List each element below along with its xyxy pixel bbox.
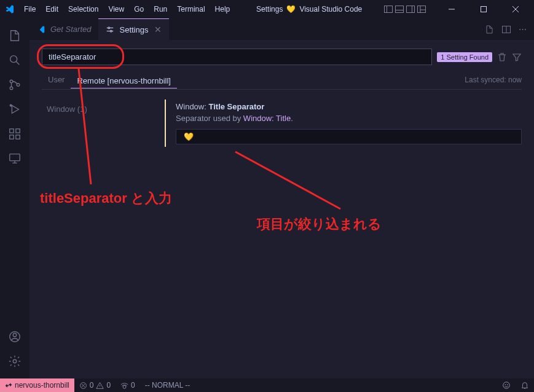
vscode-icon xyxy=(5,4,15,14)
maximize-button[interactable] xyxy=(470,0,497,18)
setting-description: Separator used by Window: Title. xyxy=(176,114,522,123)
window-title: Settings 💛 Visual Studio Code xyxy=(234,5,384,14)
close-button[interactable] xyxy=(502,0,529,18)
ports-status[interactable]: 0 xyxy=(116,378,140,392)
setting-name: Title Separator xyxy=(208,102,264,111)
heart-icon: 💛 xyxy=(286,5,296,14)
vscode-tab-icon xyxy=(37,25,47,34)
svg-point-27 xyxy=(13,334,17,337)
svg-point-15 xyxy=(10,80,13,83)
remote-indicator[interactable]: nervous-thornbill xyxy=(0,378,74,392)
svg-rect-10 xyxy=(481,7,487,12)
problems-status[interactable]: 0 0 xyxy=(74,378,116,392)
svg-point-28 xyxy=(13,359,17,363)
filter-icon[interactable] xyxy=(512,52,522,62)
source-control-icon[interactable] xyxy=(0,73,29,97)
svg-point-13 xyxy=(10,56,17,63)
setting-link[interactable]: Window: Title xyxy=(243,114,291,123)
open-settings-json-icon[interactable] xyxy=(484,25,494,34)
remote-name: nervous-thornbill xyxy=(15,381,69,390)
main-area: Get Started Settings ✕ ⋯ 1 Setting Found xyxy=(0,18,534,378)
layout-sidebar-left-icon[interactable] xyxy=(384,6,393,13)
svg-rect-2 xyxy=(396,6,404,13)
tab-label: Get Started xyxy=(50,25,91,34)
title-bar: File Edit Selection View Go Run Terminal… xyxy=(0,0,534,18)
notifications-icon[interactable] xyxy=(516,381,534,390)
settings-search-input[interactable] xyxy=(42,49,432,65)
feedback-icon[interactable] xyxy=(497,381,516,390)
layout-controls xyxy=(384,6,426,13)
setting-category: Window: xyxy=(176,102,206,111)
tab-bar: Get Started Settings ✕ ⋯ xyxy=(29,18,534,40)
settings-tab-icon xyxy=(106,25,116,34)
svg-point-42 xyxy=(507,385,508,385)
svg-rect-21 xyxy=(16,135,20,139)
accounts-icon[interactable] xyxy=(0,324,29,349)
scope-user[interactable]: User xyxy=(42,73,71,87)
svg-point-16 xyxy=(10,87,13,90)
menu-go[interactable]: Go xyxy=(130,2,148,16)
settings-editor: 1 Setting Found User Remote [nervous-tho… xyxy=(29,40,534,378)
tab-label: Settings xyxy=(119,25,148,34)
svg-line-14 xyxy=(16,61,19,65)
settings-results: Window (1) Window: Title Separator Separ… xyxy=(42,100,522,147)
tab-settings[interactable]: Settings ✕ xyxy=(98,18,169,40)
svg-rect-0 xyxy=(385,6,393,13)
settings-toc: Window (1) xyxy=(42,100,152,147)
svg-rect-3 xyxy=(396,10,404,13)
results-count-badge: 1 Setting Found xyxy=(437,52,492,62)
svg-point-39 xyxy=(123,385,126,388)
svg-rect-22 xyxy=(16,129,20,133)
menu-help[interactable]: Help xyxy=(211,2,235,16)
svg-rect-5 xyxy=(412,6,415,13)
extensions-icon[interactable] xyxy=(0,122,29,146)
menu-run[interactable]: Run xyxy=(149,2,171,16)
menu-edit[interactable]: Edit xyxy=(41,2,63,16)
svg-rect-19 xyxy=(10,129,14,133)
svg-point-32 xyxy=(111,30,112,32)
editor-actions: ⋯ xyxy=(484,18,534,40)
more-actions-icon[interactable]: ⋯ xyxy=(519,25,527,34)
activity-bottom xyxy=(0,324,29,374)
run-debug-icon[interactable] xyxy=(0,97,29,122)
search-icon[interactable] xyxy=(0,48,29,73)
svg-point-18 xyxy=(10,104,12,106)
svg-rect-6 xyxy=(418,6,426,13)
window-controls xyxy=(438,0,529,18)
menu-selection[interactable]: Selection xyxy=(64,2,103,16)
menu-bar: File Edit Selection View Go Run Terminal… xyxy=(20,2,234,16)
toc-window[interactable]: Window (1) xyxy=(42,102,152,116)
svg-rect-23 xyxy=(10,154,20,161)
svg-point-17 xyxy=(17,84,20,87)
svg-rect-1 xyxy=(385,6,387,13)
menu-view[interactable]: View xyxy=(104,2,128,16)
clear-search-icon[interactable] xyxy=(497,52,507,62)
activity-bar xyxy=(0,18,29,378)
svg-point-41 xyxy=(505,385,506,385)
setting-item: Window: Title Separator Separator used b… xyxy=(165,100,522,147)
layout-sidebar-right-icon[interactable] xyxy=(406,6,415,13)
editor-area: Get Started Settings ✕ ⋯ 1 Setting Found xyxy=(29,18,534,378)
layout-customize-icon[interactable] xyxy=(417,6,426,13)
menu-file[interactable]: File xyxy=(20,2,40,16)
explorer-icon[interactable] xyxy=(0,23,29,48)
close-icon[interactable]: ✕ xyxy=(154,25,162,34)
layout-panel-icon[interactable] xyxy=(395,6,404,13)
setting-title: Window: Title Separator xyxy=(176,102,522,111)
svg-rect-20 xyxy=(10,135,14,139)
status-bar: nervous-thornbill 0 0 0 -- NORMAL -- xyxy=(0,378,534,392)
setting-value-input[interactable] xyxy=(176,129,522,144)
minimize-button[interactable] xyxy=(438,0,465,18)
vim-mode: -- NORMAL -- xyxy=(140,378,195,392)
split-editor-icon[interactable] xyxy=(501,25,511,34)
svg-rect-4 xyxy=(407,6,415,13)
svg-point-40 xyxy=(503,382,510,389)
sync-status[interactable]: Last synced: now xyxy=(465,76,522,84)
settings-search-row: 1 Setting Found xyxy=(42,49,522,65)
remote-explorer-icon[interactable] xyxy=(0,146,29,171)
title-prefix: Settings xyxy=(256,5,283,14)
menu-terminal[interactable]: Terminal xyxy=(173,2,209,16)
settings-gear-icon[interactable] xyxy=(0,349,29,374)
scope-remote[interactable]: Remote [nervous-thornbill] xyxy=(71,74,176,88)
tab-get-started[interactable]: Get Started xyxy=(29,18,98,40)
